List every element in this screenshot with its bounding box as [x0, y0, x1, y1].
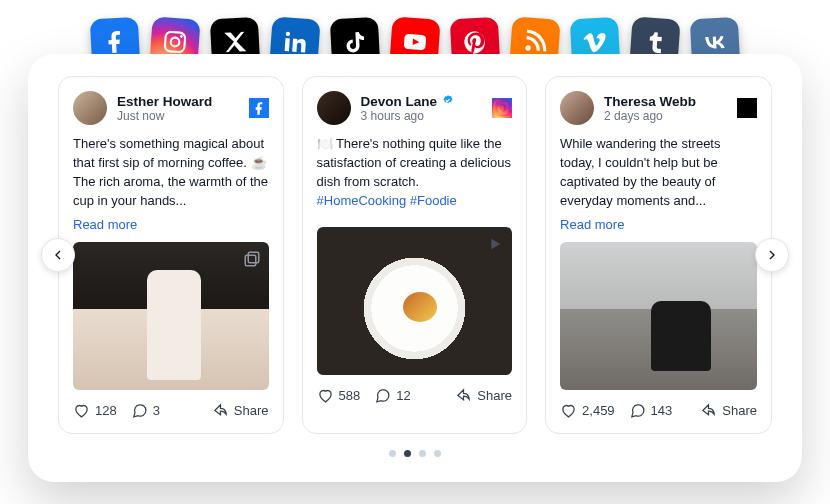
play-icon: [486, 235, 504, 253]
svg-point-12: [505, 103, 507, 105]
post-media[interactable]: [73, 242, 269, 390]
avatar[interactable]: [560, 91, 594, 125]
svg-point-6: [525, 45, 531, 51]
pagination-dot[interactable]: [404, 450, 411, 457]
comment-icon: [629, 402, 646, 419]
comment-button[interactable]: 3: [131, 402, 160, 419]
carousel-next-button[interactable]: [755, 238, 789, 272]
share-button[interactable]: Share: [455, 387, 512, 404]
avatar[interactable]: [73, 91, 107, 125]
post-time: 3 hours ago: [361, 109, 483, 123]
hashtags[interactable]: #HomeCooking #Foodie: [317, 193, 457, 208]
heart-icon: [560, 402, 577, 419]
carousel-prev-button[interactable]: [41, 238, 75, 272]
svg-point-2: [180, 35, 183, 38]
post-card: Esther Howard Just now There's something…: [58, 76, 284, 434]
post-time: Just now: [117, 109, 239, 123]
pagination-dot[interactable]: [434, 450, 441, 457]
like-button[interactable]: 588: [317, 387, 361, 404]
chevron-left-icon: [50, 247, 66, 263]
pagination-dots: [58, 450, 772, 457]
post-body: While wandering the streets today, I cou…: [560, 135, 757, 211]
author-name[interactable]: Devon Lane: [361, 94, 438, 109]
read-more-link[interactable]: Read more: [560, 217, 757, 232]
svg-rect-3: [285, 38, 290, 51]
comment-button[interactable]: 143: [629, 402, 673, 419]
verified-badge-icon: [441, 94, 455, 108]
comment-icon: [374, 387, 391, 404]
gallery-icon: [243, 250, 261, 268]
post-body: 🍽️ There's nothing quite like the satisf…: [317, 135, 513, 211]
pagination-dot[interactable]: [419, 450, 426, 457]
svg-rect-0: [165, 32, 186, 53]
share-button[interactable]: Share: [700, 402, 757, 419]
post-media[interactable]: [317, 227, 513, 375]
heart-icon: [317, 387, 334, 404]
network-x-icon: [737, 98, 757, 118]
author-name[interactable]: Esther Howard: [117, 94, 212, 109]
post-body: There's something magical about that fir…: [73, 135, 269, 211]
author-name[interactable]: Theresa Webb: [604, 94, 696, 109]
post-card: Theresa Webb 2 days ago While wandering …: [545, 76, 772, 434]
svg-rect-9: [245, 255, 256, 266]
network-instagram-icon: [492, 98, 512, 118]
avatar[interactable]: [317, 91, 351, 125]
post-carousel: Esther Howard Just now There's something…: [58, 76, 772, 434]
network-facebook-icon: [249, 98, 269, 118]
like-button[interactable]: 128: [73, 402, 117, 419]
heart-icon: [73, 402, 90, 419]
share-icon: [212, 402, 229, 419]
share-icon: [700, 402, 717, 419]
svg-point-11: [499, 105, 506, 112]
comment-icon: [131, 402, 148, 419]
post-time: 2 days ago: [604, 109, 727, 123]
feed-panel: Esther Howard Just now There's something…: [28, 54, 802, 482]
post-media[interactable]: [560, 242, 757, 390]
post-card: Devon Lane 3 hours ago 🍽️ There's nothin…: [302, 76, 528, 434]
share-icon: [455, 387, 472, 404]
comment-button[interactable]: 12: [374, 387, 410, 404]
like-button[interactable]: 2,459: [560, 402, 615, 419]
read-more-link[interactable]: Read more: [73, 217, 269, 232]
chevron-right-icon: [764, 247, 780, 263]
svg-rect-8: [248, 252, 259, 263]
svg-rect-10: [495, 101, 510, 116]
svg-point-4: [286, 32, 291, 37]
pagination-dot[interactable]: [389, 450, 396, 457]
share-button[interactable]: Share: [212, 402, 269, 419]
svg-point-1: [170, 37, 179, 46]
